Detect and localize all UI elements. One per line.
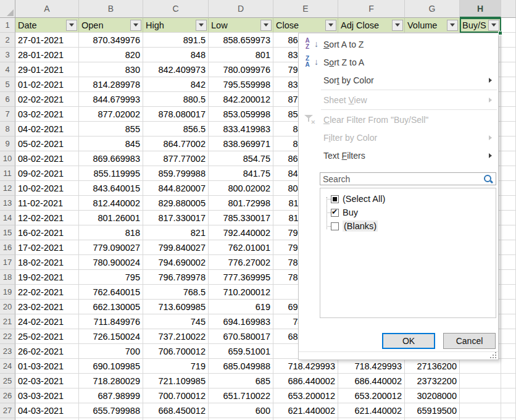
column-header-F[interactable]: F [338,0,405,18]
cell-F24[interactable]: 718.429993 [338,359,405,374]
cell-C11[interactable]: 859.799988 [143,166,209,181]
cell-B17[interactable]: 780.900024 [79,255,143,270]
cell-B8[interactable]: 855 [79,122,143,136]
cell-B9[interactable]: 845 [79,136,143,151]
row-header-24[interactable]: 24 [0,359,15,374]
cell-B13[interactable]: 812.440002 [79,196,143,211]
cell-A25[interactable]: 02-03-2021 [15,374,79,388]
cell-A13[interactable]: 11-02-2021 [15,196,79,211]
cell-I13[interactable] [501,196,516,211]
cell-A21[interactable]: 24-02-2021 [15,314,79,329]
row-header-5[interactable]: 5 [0,77,15,92]
cell-C6[interactable]: 880.5 [143,92,209,107]
cell-I11[interactable] [501,166,516,181]
ok-button[interactable]: OK [382,333,435,349]
cell-I5[interactable] [501,77,516,92]
cell-H25[interactable] [460,374,501,388]
cell-filler[interactable] [501,18,516,33]
filter-button-G[interactable] [447,20,458,31]
cell-D3[interactable]: 801 [209,48,273,62]
cell-D8[interactable]: 833.419983 [209,122,273,136]
cell-A11[interactable]: 09-02-2021 [15,166,79,181]
cell-A19[interactable]: 22-02-2021 [15,285,79,300]
header-cell-open[interactable]: Open [79,18,143,33]
cell-C24[interactable]: 719 [143,359,209,374]
cell-C22[interactable]: 737.210022 [143,329,209,344]
cell-I24[interactable] [501,359,516,374]
row-header-10[interactable]: 10 [0,151,15,166]
cell-E27[interactable]: 621.440002 [273,403,338,418]
cell-D16[interactable]: 762.01001 [209,240,273,255]
cell-G27[interactable]: 65919500 [405,403,460,418]
cell-I17[interactable] [501,255,516,270]
row-header-11[interactable]: 11 [0,166,15,181]
filter-option-buy[interactable]: Buy [320,206,358,219]
cell-F26[interactable]: 653.200012 [338,388,405,403]
cell-I6[interactable] [501,92,516,107]
cell-B18[interactable]: 795 [79,270,143,285]
cell-I18[interactable] [501,270,516,285]
cell-D5[interactable]: 795.559998 [209,77,273,92]
cell-D6[interactable]: 842.200012 [209,92,273,107]
cell-I14[interactable] [501,211,516,225]
filter-button-B[interactable] [130,20,141,31]
cell-I8[interactable] [501,122,516,136]
row-header-7[interactable]: 7 [0,107,15,122]
fill-handle[interactable] [498,31,502,35]
cell-I23[interactable] [501,344,516,359]
cell-H27[interactable] [460,403,501,418]
cell-C8[interactable]: 856.5 [143,122,209,136]
row-header-15[interactable]: 15 [0,225,15,240]
cell-B21[interactable]: 711.849976 [79,314,143,329]
cell-G26[interactable]: 30208000 [405,388,460,403]
select-all-corner[interactable] [0,0,15,18]
cell-H24[interactable] [460,359,501,374]
cell-C23[interactable]: 706.700012 [143,344,209,359]
row-header-3[interactable]: 3 [0,48,15,62]
row-header-16[interactable]: 16 [0,240,15,255]
row-header-4[interactable]: 4 [0,62,15,77]
cell-A7[interactable]: 03-02-2021 [15,107,79,122]
filter-button-C[interactable] [196,20,207,31]
cell-I10[interactable] [501,151,516,166]
column-header-G[interactable]: G [405,0,460,18]
cell-A10[interactable]: 08-02-2021 [15,151,79,166]
cell-C4[interactable]: 842.409973 [143,62,209,77]
menu-item-sort-by-color[interactable]: Sort by Color [299,71,498,89]
column-header-B[interactable]: B [79,0,143,18]
row-header-20[interactable]: 20 [0,300,15,314]
cell-A4[interactable]: 29-01-2021 [15,62,79,77]
cell-B25[interactable]: 718.280029 [79,374,143,388]
cell-I25[interactable] [501,374,516,388]
row-header-25[interactable]: 25 [0,374,15,388]
cell-B26[interactable]: 687.98999 [79,388,143,403]
search-input[interactable] [320,173,485,185]
cell-E24[interactable]: 718.429993 [273,359,338,374]
cell-C7[interactable]: 878.080017 [143,107,209,122]
cell-A12[interactable]: 10-02-2021 [15,181,79,196]
cell-I12[interactable] [501,181,516,196]
cell-C25[interactable]: 721.109985 [143,374,209,388]
row-header-1[interactable]: 1 [0,18,15,33]
cell-B27[interactable]: 655.799988 [79,403,143,418]
cell-E25[interactable]: 686.440002 [273,374,338,388]
cell-D4[interactable]: 780.099976 [209,62,273,77]
cell-I16[interactable] [501,240,516,255]
cell-D24[interactable]: 685.049988 [209,359,273,374]
column-header-H[interactable]: H [460,0,501,18]
menu-item-sort-z-to-a[interactable]: ZA↓ Sort Z to A [299,53,498,71]
cell-B6[interactable]: 844.679993 [79,92,143,107]
cell-B11[interactable]: 855.119995 [79,166,143,181]
row-header-23[interactable]: 23 [0,344,15,359]
cell-B12[interactable]: 843.640015 [79,181,143,196]
cell-I7[interactable] [501,107,516,122]
row-header-19[interactable]: 19 [0,285,15,300]
cell-B15[interactable]: 818 [79,225,143,240]
row-header-13[interactable]: 13 [0,196,15,211]
cell-A22[interactable]: 25-02-2021 [15,329,79,344]
column-header-D[interactable]: D [209,0,273,18]
cell-D19[interactable]: 710.200012 [209,285,273,300]
cell-D14[interactable]: 785.330017 [209,211,273,225]
header-cell-high[interactable]: High [143,18,209,33]
cell-E26[interactable]: 653.200012 [273,388,338,403]
